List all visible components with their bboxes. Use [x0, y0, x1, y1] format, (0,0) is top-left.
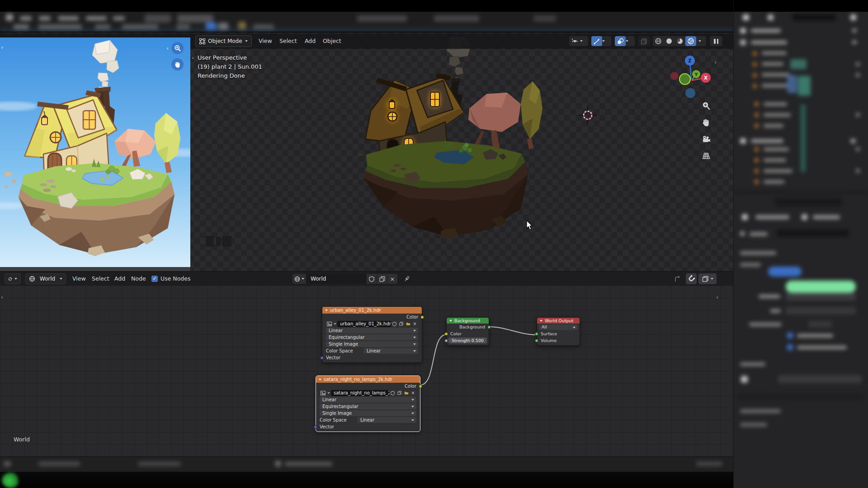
color-space-dropdown[interactable]: Linear: [358, 417, 416, 423]
image-icon[interactable]: [320, 390, 326, 396]
orthographic-toggle-button[interactable]: [701, 150, 712, 161]
shader-output-socket[interactable]: [487, 325, 491, 329]
collapse-triangle-icon[interactable]: [449, 320, 452, 322]
node-header[interactable]: urban_alley_01_2k.hdr: [322, 307, 422, 314]
volume-input-socket[interactable]: [535, 339, 538, 343]
zoom-tool-button[interactable]: [701, 100, 712, 111]
blue-button-blob[interactable]: [768, 267, 802, 277]
collapse-triangle-icon[interactable]: [540, 320, 542, 322]
interpolation-dropdown[interactable]: Linear: [320, 397, 416, 403]
fake-user-button[interactable]: [391, 321, 398, 327]
image-icon[interactable]: [326, 321, 333, 327]
fake-user-button[interactable]: [367, 274, 377, 284]
open-folder-button[interactable]: [403, 390, 410, 396]
datablock-type-dropdown[interactable]: [292, 274, 306, 284]
color-swatch-green[interactable]: [786, 281, 856, 293]
world-name-field[interactable]: World: [306, 274, 366, 284]
region-expand-arrow[interactable]: ›: [192, 54, 194, 61]
unlink-button[interactable]: ×: [411, 321, 418, 327]
menu-add[interactable]: Add: [302, 33, 318, 49]
vector-input-socket[interactable]: [320, 356, 324, 360]
tab-blob[interactable]: [238, 22, 246, 29]
unlink-button[interactable]: ×: [410, 390, 416, 396]
eye-toggle-blob[interactable]: [856, 62, 860, 66]
properties-icon-blob[interactable]: [742, 214, 748, 220]
tab-blob[interactable]: [177, 14, 213, 23]
use-nodes-checkbox[interactable]: ✓: [151, 276, 158, 282]
gizmo-axis-neg-z[interactable]: [685, 88, 695, 98]
open-folder-button[interactable]: [405, 321, 411, 327]
node-header[interactable]: Background: [447, 318, 489, 324]
field-blob[interactable]: [808, 321, 832, 328]
source-dropdown[interactable]: Single Image: [326, 341, 418, 347]
wireframe-shading-icon[interactable]: [653, 36, 664, 46]
tab-blob[interactable]: [145, 14, 171, 23]
shader-type-dropdown[interactable]: World: [25, 273, 66, 284]
color-output-socket[interactable]: [420, 315, 424, 319]
region-expand-arrow[interactable]: ›: [1, 294, 3, 300]
menu-add[interactable]: Add: [114, 272, 125, 286]
checkbox-blob[interactable]: [787, 344, 793, 350]
eye-toggle-blob[interactable]: [856, 147, 860, 151]
region-split-arrow[interactable]: ‹: [166, 45, 169, 52]
color-input-socket[interactable]: [444, 332, 448, 336]
menu-blob[interactable]: [20, 16, 32, 20]
menu-blob[interactable]: [86, 16, 107, 20]
filter-icon-blob[interactable]: [850, 14, 856, 20]
chevron-down-icon[interactable]: [333, 321, 337, 327]
env-texture-node-urban-alley[interactable]: urban_alley_01_2k.hdr Color urban_alley_…: [322, 306, 422, 363]
color-output-socket[interactable]: [419, 385, 422, 388]
menu-node[interactable]: Node: [131, 272, 146, 286]
world-output-node[interactable]: World Output All Surface Volume: [537, 317, 580, 346]
gizmos-dropdown[interactable]: [591, 36, 611, 46]
search-field-blob[interactable]: [793, 14, 835, 21]
navigation-gizmo[interactable]: Z Y X: [669, 53, 714, 100]
app-logo[interactable]: [6, 14, 13, 21]
eye-toggle-blob[interactable]: [856, 113, 860, 117]
overlays-dropdown[interactable]: [698, 273, 717, 284]
shader-node-editor[interactable]: urban_alley_01_2k.hdr Color urban_alley_…: [0, 286, 733, 456]
fake-user-button[interactable]: [389, 390, 396, 396]
menu-object[interactable]: Object: [320, 33, 344, 49]
collapse-triangle-icon[interactable]: [325, 310, 328, 311]
pan-tool-button[interactable]: [701, 117, 712, 128]
unlink-button[interactable]: ×: [387, 274, 397, 284]
image-name-field[interactable]: urban_alley_01_2k.hdr: [337, 321, 391, 327]
menu-select[interactable]: Select: [277, 33, 300, 49]
filter-icon-blob[interactable]: [768, 14, 774, 20]
color-space-dropdown[interactable]: Linear: [364, 348, 418, 354]
interpolation-dropdown[interactable]: Linear: [326, 328, 418, 333]
pause-render-button[interactable]: [710, 36, 722, 46]
properties-icon-blob[interactable]: [802, 214, 807, 220]
env-texture-node-satara-night[interactable]: satara_night_no_lamps_2k.hdr Color satar…: [316, 375, 420, 432]
visibility-dropdown[interactable]: [569, 36, 588, 46]
node-header[interactable]: World Output: [537, 318, 580, 324]
background-shader-node[interactable]: Background Background Color Strength 0.5…: [446, 317, 489, 346]
rendered-shading-icon[interactable]: [685, 36, 696, 46]
eye-toggle-blob[interactable]: [856, 169, 860, 173]
eye-toggle-blob[interactable]: [852, 40, 857, 44]
preview-zoom-button[interactable]: [171, 42, 184, 54]
editor-type-dropdown[interactable]: [5, 273, 21, 284]
surface-input-socket[interactable]: [535, 332, 538, 336]
projection-dropdown[interactable]: Equirectangular: [320, 404, 416, 409]
editor-icon-blob[interactable]: [743, 14, 749, 20]
field-blob[interactable]: [786, 293, 856, 300]
preview-pan-button[interactable]: [171, 58, 184, 70]
menu-view[interactable]: View: [256, 33, 275, 49]
xray-toggle[interactable]: [638, 36, 650, 46]
sidebar-collapse-arrow[interactable]: ‹: [716, 294, 718, 300]
gizmo-axis-neg-x[interactable]: [670, 72, 679, 80]
parent-tree-button[interactable]: [672, 274, 682, 284]
target-dropdown[interactable]: All: [539, 324, 578, 330]
eye-toggle-blob[interactable]: [852, 28, 857, 33]
copy-icon[interactable]: [396, 390, 403, 396]
menu-view[interactable]: View: [72, 272, 86, 286]
image-name-field[interactable]: satara_night_no_lamps_2k.hdr: [331, 390, 389, 396]
menu-select[interactable]: Select: [92, 272, 109, 286]
new-copy-button[interactable]: [377, 274, 387, 284]
menu-blob[interactable]: [58, 16, 79, 20]
overlays-dropdown[interactable]: [615, 36, 635, 46]
material-preview-icon[interactable]: [675, 36, 685, 46]
menu-blob[interactable]: [113, 16, 125, 20]
